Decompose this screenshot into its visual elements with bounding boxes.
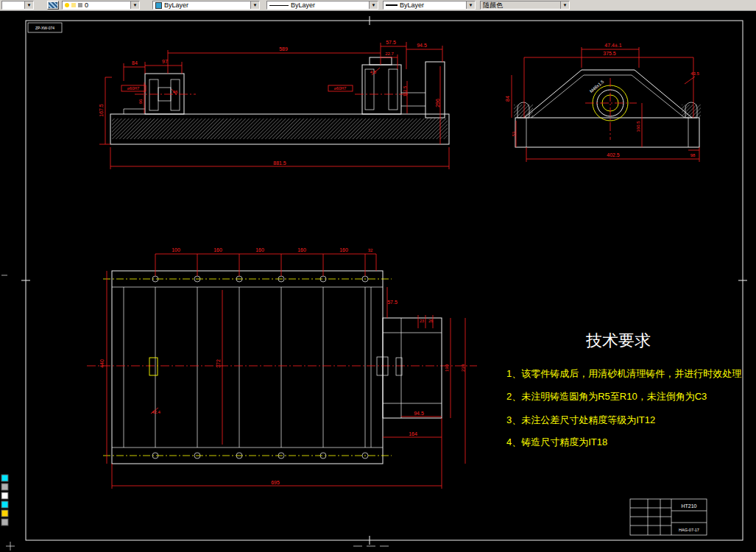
tool-icon-4[interactable]: [1, 501, 8, 508]
front-dimension-lines: [99, 42, 449, 169]
dimension-text: 239: [461, 364, 465, 372]
plotstyle-value: 随颜色: [483, 1, 503, 9]
dimension-text: 84: [505, 96, 510, 102]
dimension-text: ⌀60H7: [334, 86, 346, 91]
color-swatch-icon: [155, 2, 162, 9]
dimension-text: 96: [138, 99, 143, 104]
sun-icon: [71, 3, 76, 7]
title-block: HT210 HAG-07-17: [630, 499, 707, 535]
layers-icon: [49, 2, 57, 8]
material-label: HT210: [681, 503, 696, 509]
dimension-text: 47.4±.1: [604, 43, 621, 48]
dimension-text: 160.5: [636, 121, 640, 132]
cad-application-window: ▼ 0 ▼ ByLayer ▼ ByLayer: [0, 0, 756, 552]
tool-icon-3[interactable]: [1, 492, 8, 499]
sheet-tag-text: ZP-XW-074: [35, 26, 54, 30]
drawing-canvas[interactable]: ZP-XW-074: [0, 10, 756, 552]
sheet-frame: ZP-XW-074: [21, 16, 747, 545]
lineweight-combo[interactable]: ByLayer ▼: [383, 1, 476, 10]
linetype-value: ByLayer: [291, 1, 315, 9]
layer-name: 0: [85, 1, 88, 9]
tool-icon-6[interactable]: [1, 519, 8, 526]
plan-dimension-lines: [107, 254, 465, 489]
dimension-text: 53: [512, 131, 516, 136]
chevron-down-icon[interactable]: ▼: [560, 1, 569, 9]
dimension-text: 160: [255, 247, 264, 252]
dimension-text: 402.5: [607, 152, 620, 158]
dimension-text: 43.5: [690, 71, 699, 76]
dimension-text: 23: [420, 319, 424, 323]
dimension-text: 440: [99, 359, 105, 368]
dimension-text: 57.5: [386, 40, 396, 45]
drawing-code: HAG-07-17: [679, 528, 699, 532]
dimension-text: 97: [162, 59, 168, 64]
left-rail-icons[interactable]: [1, 475, 8, 526]
lineweight-value: ByLayer: [400, 1, 424, 9]
technical-requirements: 技术要求 1、该零件铸成后，用清砂机清理铸件，并进行时效处理 2、未注明铸造圆角…: [506, 331, 741, 447]
dimension-text: 46: [173, 90, 178, 94]
dimension-text: 160: [339, 247, 348, 252]
color-value: ByLayer: [164, 1, 188, 9]
dimension-text: 98: [690, 153, 696, 158]
dimension-text: 160: [297, 247, 306, 252]
tech-requirement-1: 1、该零件铸成后，用清砂机清理铸件，并进行时效处理: [506, 368, 741, 379]
dimension-text: 32: [368, 248, 373, 252]
dimension-text: 164: [409, 431, 417, 436]
chevron-down-icon[interactable]: ▼: [369, 1, 378, 9]
chevron-down-icon[interactable]: ▼: [250, 1, 259, 9]
dimension-text: 4.5: [370, 70, 377, 74]
tool-icon-2[interactable]: [1, 484, 8, 490]
dimension-text: 160: [213, 247, 222, 252]
lineweight-sample-icon: [386, 4, 398, 6]
dimension-text: 372: [216, 359, 221, 368]
dimension-text: 190: [445, 364, 449, 372]
lightbulb-icon: [65, 3, 69, 7]
dimension-text: 42.4: [152, 410, 160, 414]
dimension-text: 167.5: [99, 104, 104, 117]
color-combo[interactable]: ByLayer ▼: [152, 1, 260, 10]
plan-dimension-texts: 1001601601601603257.5232637244042.494.51…: [99, 247, 465, 485]
dimension-text: 881.5: [273, 160, 286, 166]
chevron-down-icon[interactable]: ▼: [24, 1, 33, 9]
end-view: 47.4±.1375.543.58453160.5402.598M48x1.5: [505, 43, 701, 162]
tech-requirement-4: 4、铸造尺寸精度为IT18: [506, 436, 607, 447]
chevron-down-icon[interactable]: ▼: [130, 1, 139, 9]
tool-icon-5[interactable]: [1, 510, 8, 517]
tech-requirements-title: 技术要求: [585, 331, 651, 350]
plan-view: 1001601601601603257.5232637244042.494.51…: [87, 247, 477, 489]
dimension-text: 695: [271, 480, 280, 485]
tool-icon-1[interactable]: [1, 475, 8, 481]
dimension-text: 375.5: [603, 51, 616, 56]
edge-combo[interactable]: ▼: [1, 1, 34, 10]
dimension-text: 26: [428, 319, 433, 323]
linetype-sample-icon: [269, 5, 289, 6]
drawing-svg[interactable]: ZP-XW-074: [0, 10, 756, 552]
dimension-text: 22.7: [385, 52, 394, 56]
dimension-text: 589: [279, 46, 288, 52]
dimension-text: 84: [132, 60, 138, 66]
dimension-text: ⌀60H7: [127, 86, 139, 91]
dimension-text: 94.5: [414, 411, 424, 416]
lock-icon: [78, 3, 82, 7]
dimension-text: 296: [435, 99, 440, 107]
layers-dialog-button[interactable]: [47, 1, 59, 10]
tech-requirement-2: 2、未注明铸造圆角为R5至R10，未注倒角为C3: [506, 391, 707, 402]
linetype-combo[interactable]: ByLayer ▼: [266, 1, 378, 10]
dimension-text: 100: [172, 247, 180, 252]
layer-combo[interactable]: 0 ▼: [62, 1, 140, 10]
object-properties-toolbar: ▼ 0 ▼ ByLayer ▼ ByLayer: [0, 0, 756, 11]
front-section-view: 58957.594.522.784974.546167.596296112.58…: [99, 40, 449, 169]
dimension-text: 112.5: [403, 85, 407, 96]
front-dimension-texts: 58957.594.522.784974.546167.596296112.58…: [99, 40, 440, 166]
chevron-down-icon[interactable]: ▼: [466, 1, 475, 9]
dimension-text: 57.5: [387, 300, 398, 305]
dimension-text: 94.5: [417, 43, 427, 48]
plotstyle-combo[interactable]: 随颜色 ▼: [480, 1, 570, 10]
tech-requirement-3: 3、未注公差尺寸处精度等级为IT12: [506, 414, 655, 425]
bottom-marks: [1, 275, 389, 551]
